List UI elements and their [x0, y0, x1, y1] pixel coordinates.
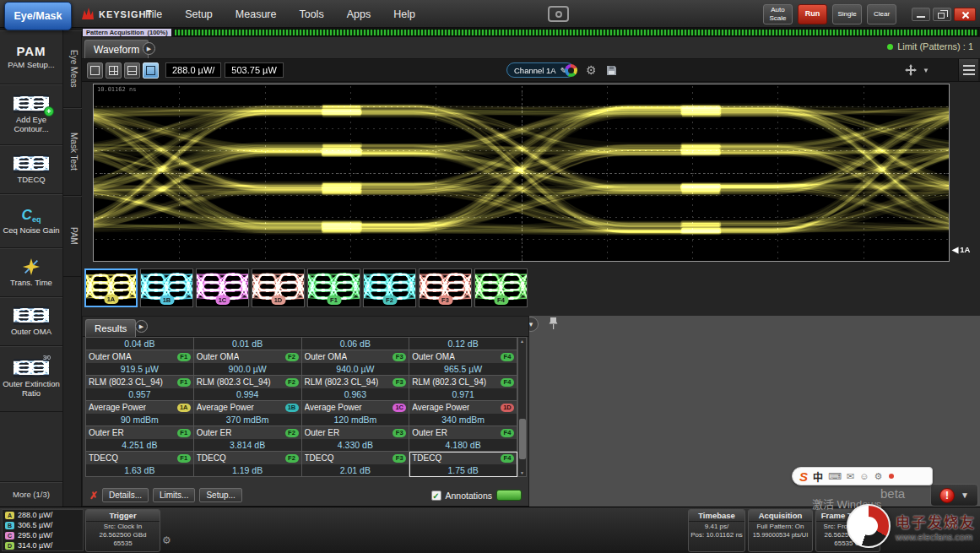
result-cell[interactable]: 0.06 dB	[302, 338, 410, 350]
channel-row-B[interactable]: B306.5 µW/	[3, 520, 83, 530]
sidebar-item-add-eye-contour[interactable]: + Add Eye Contour...	[0, 84, 62, 145]
menu-hamburger-icon[interactable]	[958, 59, 978, 81]
result-cell[interactable]: RLM (802.3 CL_94)F40.971	[409, 376, 517, 401]
tab-results[interactable]: Results	[85, 319, 136, 337]
clear-button[interactable]: Clear	[867, 4, 896, 24]
menu-apps[interactable]: Apps	[347, 8, 371, 20]
setup-button[interactable]: Setup...	[199, 488, 241, 502]
vertical-offset-box[interactable]: 503.75 µW	[225, 62, 283, 78]
thumbnail-F4[interactable]: F4	[474, 268, 528, 307]
layout-active-icon[interactable]	[143, 62, 159, 79]
channel-row-A[interactable]: A288.0 µW/	[3, 510, 83, 520]
result-cell[interactable]: Average Power1A90 mdBm	[86, 401, 194, 426]
screenshot-button[interactable]	[548, 6, 569, 22]
thumbnail-1B[interactable]: 1B	[140, 268, 193, 307]
pan-dropdown-icon[interactable]: ▼	[923, 67, 929, 74]
thumbnail-F1[interactable]: F1	[307, 268, 360, 307]
tab-pam[interactable]: PAM	[63, 196, 82, 277]
ime-keyboard-icon[interactable]: ⌨	[828, 471, 842, 482]
sidebar-item-outer-extinction-ratio[interactable]: 3/0 Outer Extinction Ratio	[0, 346, 62, 412]
annotations-checkbox[interactable]: ✓	[431, 491, 441, 501]
thumbnail-1C[interactable]: 1C	[196, 268, 249, 307]
sidebar-item-pam-setup[interactable]: PAM PAM Setup...	[0, 30, 62, 84]
run-button[interactable]: Run	[798, 4, 827, 24]
thumbnail-1A[interactable]: 1A	[84, 268, 138, 307]
menu-tools[interactable]: Tools	[299, 8, 323, 20]
restore-button[interactable]	[933, 8, 951, 21]
ime-toolbar-overlay[interactable]: S 中 ⌨ ✉ ☺ ⚙	[792, 467, 933, 485]
save-icon[interactable]	[606, 65, 617, 76]
result-cell[interactable]: Average Power1D340 mdBm	[409, 401, 517, 426]
color-grade-icon[interactable]	[565, 64, 577, 77]
annotation-color-button[interactable]	[496, 490, 522, 501]
acquisition-status-box[interactable]: Acquisition Full Pattern: On 15.99000534…	[748, 509, 813, 552]
result-cell[interactable]: RLM (802.3 CL_94)F20.994	[194, 376, 302, 401]
menu-file[interactable]: File	[145, 8, 162, 20]
result-cell-selected[interactable]: TDECQF41.75 dB	[409, 452, 517, 477]
scroll-up-icon[interactable]: ▲	[520, 338, 524, 344]
ime-settings-icon[interactable]: ⚙	[874, 471, 882, 482]
eye-mask-mode-tab[interactable]: Eye/Mask	[4, 2, 72, 30]
channel-status-box[interactable]: A288.0 µW/ B306.5 µW/ C295.0 µW/ D314.0 …	[2, 509, 84, 551]
result-cell[interactable]: 0.04 dB	[86, 338, 194, 350]
timebase-status-box[interactable]: Timebase 9.41 ps/ Pos: 10.01162 ns	[688, 509, 745, 552]
layout-single-icon[interactable]	[87, 62, 103, 79]
move-pan-icon[interactable]	[905, 64, 917, 76]
ime-mail-icon[interactable]: ✉	[847, 471, 854, 482]
result-cell[interactable]: 0.01 dB	[194, 338, 302, 350]
result-cell[interactable]: Outer OMAF1919.5 µW	[86, 350, 194, 376]
close-button[interactable]	[954, 8, 976, 21]
sidebar-item-trans-time[interactable]: Trans. Time	[0, 248, 62, 297]
scrollbar-thumb[interactable]	[519, 419, 526, 459]
vertical-scale-box[interactable]: 288.0 µW/	[165, 62, 221, 78]
menu-help[interactable]: Help	[393, 8, 415, 20]
sidebar-item-ceq-noise-gain[interactable]: Ceq Ceq Noise Gain	[0, 194, 62, 248]
results-scrollbar[interactable]: ▲ ▼	[517, 337, 527, 477]
sidebar-item-outer-oma[interactable]: Outer OMA	[0, 297, 62, 346]
result-cell[interactable]: Average Power1C120 mdBm	[302, 401, 410, 426]
thumbnail-F2[interactable]: F2	[363, 268, 416, 307]
result-cell[interactable]: TDECQF21.19 dB	[194, 452, 302, 477]
channel-row-D[interactable]: D314.0 µW/	[3, 540, 83, 550]
pin-icon[interactable]	[549, 317, 558, 330]
result-cell[interactable]: RLM (802.3 CL_94)F30.963	[302, 376, 410, 401]
thumbnail-1D[interactable]: 1D	[252, 268, 305, 307]
result-cell[interactable]: TDECQF11.63 dB	[86, 452, 194, 477]
trigger-settings-gear-icon[interactable]: ⚙	[162, 534, 171, 546]
display-settings-gear-icon[interactable]: ⚙	[586, 64, 597, 76]
result-cell[interactable]: Outer OMAF4965.5 µW	[409, 350, 517, 376]
result-cell[interactable]: Average Power1B370 mdBm	[194, 401, 302, 426]
scroll-down-icon[interactable]: ▼	[520, 469, 524, 476]
eye-diagram-plot[interactable]: 10.01162 ns	[93, 84, 950, 262]
result-cell[interactable]: Outer ERF44.180 dB	[409, 426, 517, 452]
result-cell[interactable]: TDECQF32.01 dB	[302, 452, 410, 477]
layout-quad-icon[interactable]	[106, 62, 122, 79]
results-tab-expand-button[interactable]: ▶	[135, 320, 148, 333]
menu-setup[interactable]: Setup	[185, 8, 213, 20]
thumbnail-F3[interactable]: F3	[419, 268, 472, 307]
remove-measurement-icon[interactable]: ✗	[89, 490, 98, 501]
menu-measure[interactable]: Measure	[236, 8, 277, 20]
waveform-tab-expand-button[interactable]: ▶	[143, 42, 155, 55]
single-button[interactable]: Single	[832, 4, 862, 24]
details-button[interactable]: Details...	[102, 488, 149, 502]
minimize-button[interactable]	[912, 8, 930, 21]
more-measurements-button[interactable]: More (1/3)	[0, 481, 62, 507]
ime-emoji-icon[interactable]: ☺	[859, 471, 869, 481]
result-cell[interactable]: RLM (802.3 CL_94)F10.957	[86, 376, 194, 401]
layout-rows-icon[interactable]	[124, 62, 140, 79]
result-cell[interactable]: Outer OMAF3940.0 µW	[302, 350, 410, 376]
result-cell[interactable]: Outer ERF34.330 dB	[302, 426, 410, 452]
tab-mask-test[interactable]: Mask Test	[63, 108, 82, 196]
limits-button[interactable]: Limits...	[153, 488, 195, 502]
result-cell[interactable]: Outer ERF14.251 dB	[86, 426, 194, 452]
result-cell[interactable]: Outer ERF23.814 dB	[194, 426, 302, 452]
error-indicator[interactable]: ! ▼	[930, 484, 978, 507]
auto-scale-button[interactable]: Auto Scale	[763, 4, 793, 24]
sidebar-item-tdecq[interactable]: TDECQ	[0, 145, 62, 194]
result-cell[interactable]: 0.12 dB	[409, 338, 517, 350]
tab-waveform[interactable]: Waveform	[84, 40, 149, 58]
channel-row-C[interactable]: C295.0 µW/	[3, 530, 83, 540]
result-cell[interactable]: Outer OMAF2900.0 µW	[194, 350, 302, 376]
tab-eye-meas[interactable]: Eye Meas	[63, 30, 82, 108]
